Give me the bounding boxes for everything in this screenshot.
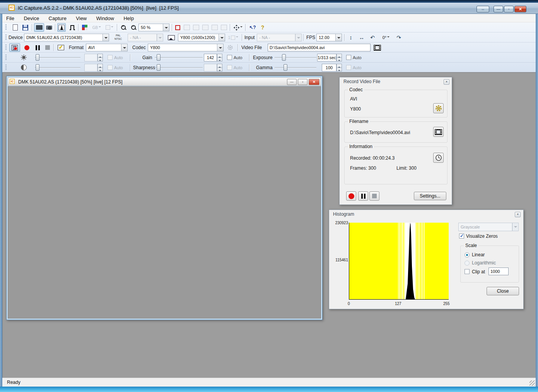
gb-mode-dropdown[interactable]: GB bbox=[91, 23, 103, 32]
contrast-auto-checkbox[interactable] bbox=[108, 65, 113, 70]
menu-device[interactable]: Device bbox=[20, 14, 43, 21]
chevron-down-icon[interactable] bbox=[217, 44, 223, 51]
sharpness-slider[interactable] bbox=[155, 64, 203, 72]
preview-restore-button[interactable]: ▫ bbox=[298, 79, 307, 85]
slider-thumb[interactable] bbox=[36, 64, 39, 71]
logarithmic-radio[interactable] bbox=[465, 261, 470, 266]
roi-tool-button-5[interactable] bbox=[220, 23, 228, 32]
panel-close-button[interactable]: ✕ bbox=[444, 79, 449, 85]
slider-thumb[interactable] bbox=[36, 54, 39, 61]
video-format-button[interactable] bbox=[166, 33, 176, 42]
brightness-slider[interactable] bbox=[35, 54, 80, 61]
save-button[interactable] bbox=[21, 23, 29, 32]
clip-at-checkbox[interactable] bbox=[465, 269, 470, 274]
gamma-spinner[interactable] bbox=[336, 64, 342, 72]
gain-spinner[interactable] bbox=[217, 54, 222, 61]
format-combo[interactable]: AVI bbox=[86, 44, 128, 51]
gamma-auto-checkbox[interactable] bbox=[346, 65, 351, 70]
device-combo[interactable]: DMK 51AU02.AS (17210438) bbox=[24, 34, 109, 41]
exposure-spinner[interactable] bbox=[336, 54, 342, 61]
chevron-down-icon[interactable] bbox=[219, 34, 225, 41]
sharpness-auto-checkbox[interactable] bbox=[227, 65, 232, 70]
sharpness-spinner[interactable] bbox=[217, 64, 222, 72]
toolbar-grip[interactable] bbox=[5, 65, 7, 71]
sharpness-value[interactable] bbox=[204, 64, 217, 72]
gamma-value[interactable]: 100 bbox=[322, 64, 336, 72]
video-format-combo[interactable]: Y800 (1600x1200) bbox=[178, 34, 225, 41]
chevron-down-icon[interactable] bbox=[102, 34, 109, 41]
slider-thumb[interactable] bbox=[284, 64, 287, 71]
snapshot-button[interactable] bbox=[45, 23, 53, 32]
exposure-auto-checkbox[interactable] bbox=[346, 55, 351, 60]
roi-tool-button-1[interactable] bbox=[183, 23, 191, 32]
codec-combo[interactable]: Y800 bbox=[148, 44, 224, 51]
zoom-in-button[interactable]: + bbox=[119, 23, 128, 32]
toolbar-grip[interactable] bbox=[5, 44, 7, 51]
slider-thumb[interactable] bbox=[157, 54, 161, 61]
record-stop-button[interactable] bbox=[43, 43, 52, 52]
codec-properties-button[interactable] bbox=[226, 43, 234, 52]
gamma-slider[interactable] bbox=[275, 64, 316, 72]
minimize-button[interactable]: — bbox=[494, 6, 503, 12]
record-to-file-toggle[interactable] bbox=[9, 43, 20, 52]
filename-browse-button[interactable] bbox=[433, 127, 444, 137]
maximize-button[interactable]: ▫ bbox=[504, 6, 514, 12]
gain-value[interactable]: 142 bbox=[204, 54, 217, 61]
roi-tool-button-4[interactable] bbox=[210, 23, 219, 32]
preview-close-button[interactable]: ✕ bbox=[309, 79, 319, 85]
settings-button[interactable]: Settings... bbox=[414, 192, 446, 200]
codec-settings-button[interactable] bbox=[433, 103, 444, 113]
brightness-auto-checkbox[interactable] bbox=[108, 55, 113, 60]
chevron-down-icon[interactable] bbox=[157, 34, 163, 41]
panel-stop-button[interactable] bbox=[369, 191, 379, 201]
close-button[interactable]: ✕ bbox=[514, 6, 526, 12]
menu-help[interactable]: Help bbox=[120, 14, 138, 21]
menu-file[interactable]: File bbox=[2, 14, 18, 21]
menu-capture[interactable]: Capture bbox=[45, 14, 70, 21]
gain-slider[interactable] bbox=[155, 54, 203, 61]
help-button[interactable]: ? bbox=[258, 23, 267, 32]
zoom-out-button[interactable]: − bbox=[129, 23, 138, 32]
preview-window-titlebar[interactable]: IC DMK 51AU02.AS (17210438) [50%] [live]… bbox=[8, 77, 321, 86]
roi-tool-button-3[interactable] bbox=[201, 23, 210, 32]
gain-auto-checkbox[interactable] bbox=[227, 55, 232, 60]
avi-settings-button[interactable] bbox=[56, 43, 66, 52]
videofile-input[interactable] bbox=[268, 44, 371, 51]
contrast-slider[interactable] bbox=[35, 64, 80, 72]
video-norm-combo[interactable]: - NA - bbox=[128, 34, 163, 41]
preview-minimize-button[interactable]: — bbox=[287, 79, 297, 85]
chevron-down-icon[interactable] bbox=[512, 223, 518, 231]
trigger-button[interactable] bbox=[68, 23, 77, 32]
new-document-button[interactable] bbox=[11, 23, 19, 32]
chevron-down-icon[interactable] bbox=[121, 44, 127, 51]
slider-thumb[interactable] bbox=[282, 54, 286, 61]
brightness-value[interactable] bbox=[84, 54, 97, 61]
zoom-level-combo[interactable]: 50 % bbox=[138, 24, 169, 31]
rotate-ccw-button[interactable]: ↶ bbox=[368, 33, 377, 42]
chevron-down-icon[interactable] bbox=[335, 34, 342, 41]
menu-view[interactable]: View bbox=[72, 14, 91, 21]
pan-tool-dropdown[interactable] bbox=[232, 23, 244, 32]
visualize-zeros-checkbox[interactable] bbox=[459, 233, 464, 239]
histogram-mode-combo[interactable]: Grayscale bbox=[458, 223, 519, 231]
flip3d-button[interactable]: ⇔ bbox=[477, 6, 489, 12]
toolbar-grip[interactable] bbox=[5, 55, 7, 61]
panel-close-button[interactable]: ✕ bbox=[515, 212, 521, 217]
flip-vertical-button[interactable]: ↕ bbox=[347, 33, 355, 42]
linear-radio[interactable] bbox=[465, 252, 470, 257]
videofile-browse-button[interactable] bbox=[372, 43, 382, 52]
histogram-toggle-button[interactable] bbox=[57, 23, 66, 32]
chevron-down-icon[interactable] bbox=[295, 34, 301, 41]
roi-tool-button-2[interactable] bbox=[192, 23, 200, 32]
record-start-button[interactable] bbox=[22, 43, 31, 52]
menu-window[interactable]: Window bbox=[92, 14, 118, 21]
clip-value-input[interactable] bbox=[488, 268, 509, 275]
color-settings-button[interactable] bbox=[80, 23, 89, 32]
panel-record-button[interactable] bbox=[346, 191, 356, 201]
device-live-display-button[interactable] bbox=[34, 23, 44, 32]
brightness-spinner[interactable] bbox=[97, 54, 103, 61]
partial-scan-dropdown[interactable]: 1 bbox=[226, 33, 240, 42]
fps-combo[interactable]: 12.00 bbox=[316, 34, 342, 41]
timer-button[interactable] bbox=[433, 153, 444, 163]
display-layout-dropdown[interactable] bbox=[104, 23, 115, 32]
